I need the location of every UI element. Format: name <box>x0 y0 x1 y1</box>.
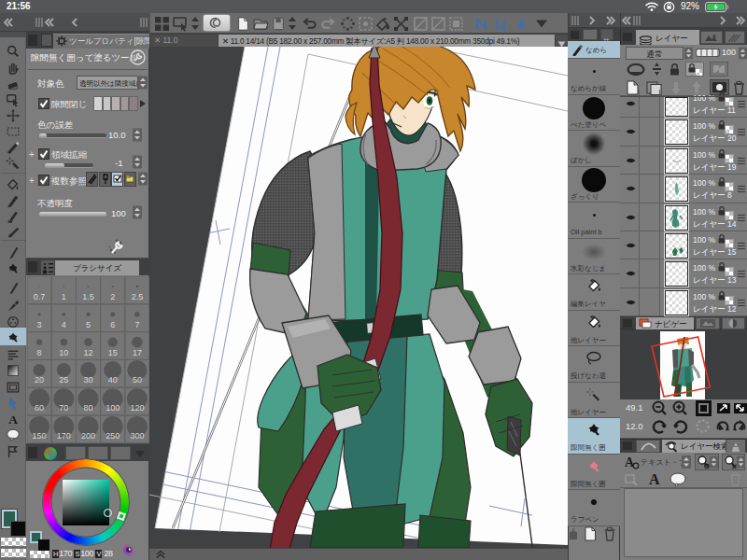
svg-text:1.5: 1.5 <box>82 292 94 301</box>
svg-text:120: 120 <box>130 403 144 413</box>
svg-text:40: 40 <box>108 375 118 385</box>
svg-text:0.7: 0.7 <box>34 292 46 301</box>
svg-text:30: 30 <box>83 375 92 385</box>
svg-text:170: 170 <box>57 431 71 441</box>
svg-text:17: 17 <box>133 348 142 357</box>
svg-text:200: 200 <box>81 431 95 441</box>
svg-text:300: 300 <box>130 431 144 441</box>
svg-text:80: 80 <box>83 403 92 413</box>
svg-text:4: 4 <box>62 320 66 329</box>
svg-text:25: 25 <box>59 375 68 385</box>
svg-text:A: A <box>8 413 18 427</box>
svg-text:5: 5 <box>86 320 91 329</box>
svg-text:7: 7 <box>134 320 139 329</box>
svg-text:60: 60 <box>35 403 44 413</box>
svg-text:70: 70 <box>59 403 68 413</box>
svg-text:50: 50 <box>133 375 142 385</box>
svg-text:250: 250 <box>106 431 120 441</box>
svg-text:A: A <box>649 471 660 487</box>
svg-text:2: 2 <box>110 292 115 301</box>
svg-text:1: 1 <box>62 292 66 301</box>
svg-text:150: 150 <box>33 431 47 441</box>
svg-text:12: 12 <box>83 348 92 357</box>
svg-text:3: 3 <box>37 320 42 329</box>
svg-text:100: 100 <box>106 403 120 413</box>
svg-text:6: 6 <box>110 320 115 329</box>
svg-text:10: 10 <box>59 348 68 357</box>
svg-text:2.5: 2.5 <box>132 292 144 301</box>
svg-text:15: 15 <box>108 348 118 357</box>
svg-text:8: 8 <box>37 348 42 357</box>
svg-text:20: 20 <box>35 375 44 385</box>
